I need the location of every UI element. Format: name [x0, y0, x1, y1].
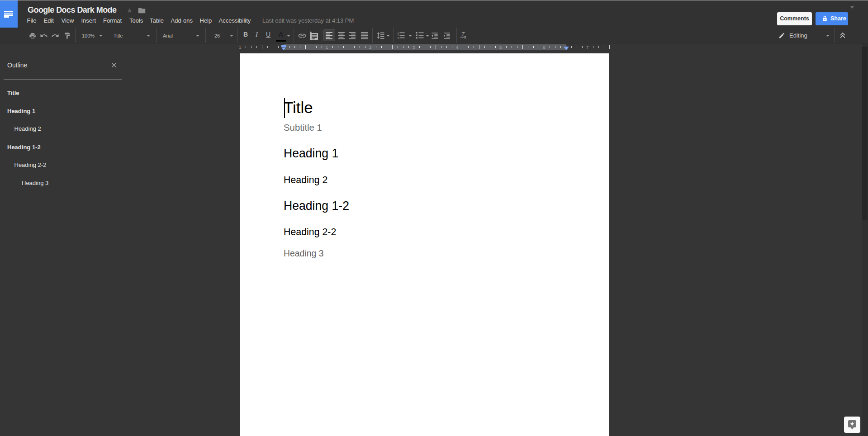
- svg-text:x: x: [464, 34, 466, 39]
- svg-text:3: 3: [397, 37, 398, 39]
